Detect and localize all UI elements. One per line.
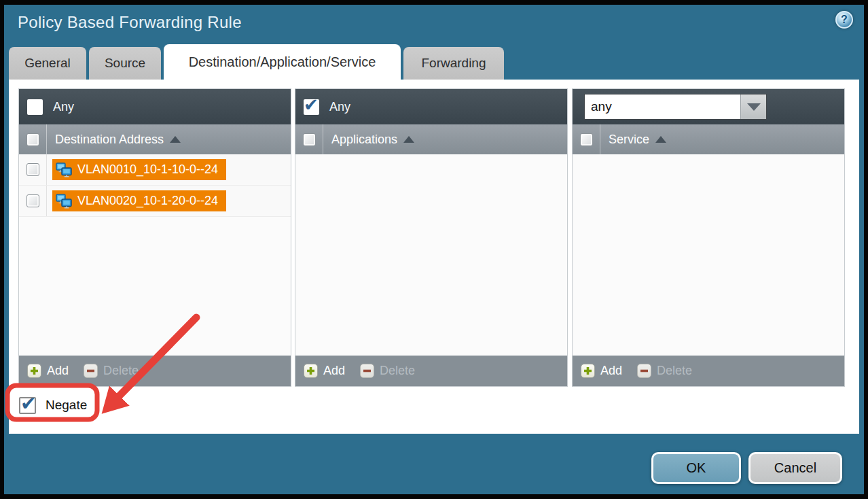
delete-icon <box>637 364 651 378</box>
sort-ascending-icon <box>403 136 414 143</box>
applications-any-checkbox[interactable]: ✔ <box>304 99 319 115</box>
sort-ascending-icon <box>170 136 181 143</box>
address-object-label: VLAN0020_10-1-20-0--24 <box>77 194 218 208</box>
service-column: Service Add <box>573 89 844 386</box>
applications-header-row: Applications <box>295 124 567 154</box>
destination-any-checkbox[interactable]: ✔ <box>27 99 43 115</box>
service-header-label: Service <box>609 133 649 147</box>
service-combobox <box>584 94 767 120</box>
help-icon[interactable]: ? <box>835 11 853 29</box>
dialog-surface: Policy Based Forwarding Rule ? General S… <box>4 5 864 494</box>
service-dropdown-button[interactable] <box>740 94 766 119</box>
destination-toolbar: Add Delete <box>19 356 291 386</box>
service-any-bar <box>573 89 844 124</box>
tab-general[interactable]: General <box>9 47 86 80</box>
applications-select-all-checkbox[interactable] <box>303 133 316 146</box>
negate-checkbox[interactable]: ✔ <box>19 397 36 414</box>
negate-label: Negate <box>46 398 87 413</box>
address-object-label: VLAN0010_10-1-10-0--24 <box>77 162 218 177</box>
destination-address-header-row: Destination Address <box>19 124 291 154</box>
service-select-all-checkbox[interactable] <box>580 133 593 146</box>
destination-any-label: Any <box>53 100 74 114</box>
applications-any-bar: ✔ Any <box>295 89 567 124</box>
applications-any-label: Any <box>329 100 350 114</box>
destination-delete-button[interactable]: Delete <box>84 364 139 378</box>
destination-address-list: VLAN0010_10-1-10-0--24 <box>19 154 291 356</box>
tab-bar: General Source Destination/Application/S… <box>9 44 504 80</box>
destination-address-sort-header[interactable]: Destination Address <box>55 124 181 154</box>
negate-row: ✔ Negate <box>19 394 87 417</box>
service-sort-header[interactable]: Service <box>609 124 666 154</box>
service-dropdown-input[interactable] <box>585 94 740 119</box>
address-object-vlan0020[interactable]: VLAN0020_10-1-20-0--24 <box>52 190 226 211</box>
add-icon <box>581 364 595 378</box>
destination-any-bar: ✔ Any <box>19 89 291 124</box>
destination-address-column: ✔ Any Destination Address <box>19 89 291 386</box>
destination-add-button[interactable]: Add <box>27 364 69 378</box>
tab-content-panel: ✔ Any Destination Address <box>9 80 859 434</box>
row-checkbox-vlan0010[interactable] <box>26 163 39 176</box>
service-add-button[interactable]: Add <box>581 364 622 378</box>
service-header-row: Service <box>573 124 844 154</box>
service-delete-button[interactable]: Delete <box>637 364 692 378</box>
destination-address-header-label: Destination Address <box>55 133 164 147</box>
table-row: VLAN0010_10-1-10-0--24 <box>19 154 291 186</box>
chevron-down-icon <box>747 103 761 111</box>
sort-ascending-icon <box>655 136 666 143</box>
applications-column: ✔ Any Applications Add <box>295 89 567 386</box>
ok-button[interactable]: OK <box>651 452 741 484</box>
delete-icon <box>84 364 98 378</box>
network-address-icon <box>56 194 72 209</box>
pbf-rule-dialog-window: Policy Based Forwarding Rule ? General S… <box>0 0 868 499</box>
applications-add-button[interactable]: Add <box>304 364 345 378</box>
cancel-button[interactable]: Cancel <box>748 452 842 484</box>
tab-source[interactable]: Source <box>89 47 161 80</box>
tab-destination-application-service[interactable]: Destination/Application/Service <box>164 44 401 80</box>
row-checkbox-vlan0020[interactable] <box>26 194 39 207</box>
tab-forwarding[interactable]: Forwarding <box>403 47 504 80</box>
delete-icon <box>360 364 374 378</box>
applications-toolbar: Add Delete <box>295 356 567 386</box>
add-icon <box>304 364 318 378</box>
address-object-vlan0010[interactable]: VLAN0010_10-1-10-0--24 <box>52 159 226 180</box>
service-toolbar: Add Delete <box>573 356 844 386</box>
add-icon <box>27 364 41 378</box>
network-address-icon <box>56 162 72 177</box>
applications-delete-button[interactable]: Delete <box>360 364 415 378</box>
destination-select-all-checkbox[interactable] <box>26 133 39 146</box>
dialog-title: Policy Based Forwarding Rule <box>18 13 242 32</box>
applications-sort-header[interactable]: Applications <box>331 124 414 154</box>
applications-list <box>295 154 567 356</box>
service-list <box>573 154 844 356</box>
table-row: VLAN0020_10-1-20-0--24 <box>19 186 291 217</box>
applications-header-label: Applications <box>331 133 397 147</box>
